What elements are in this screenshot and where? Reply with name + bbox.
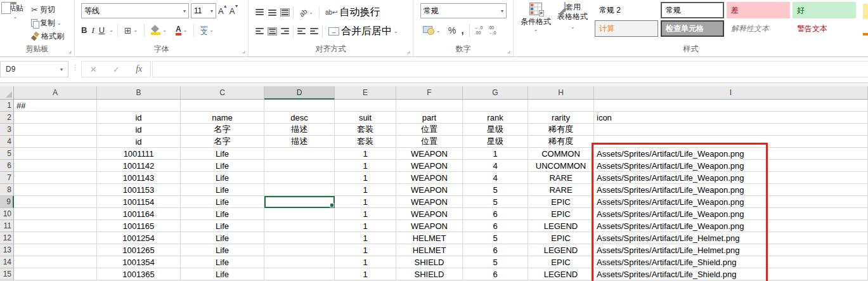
row-header-6[interactable]: 6 bbox=[0, 160, 14, 172]
cell-F1[interactable] bbox=[396, 100, 463, 112]
style-chip-partial[interactable] bbox=[863, 4, 868, 19]
dialog-launcher-icon[interactable]: ⌟ bbox=[507, 48, 510, 54]
style-chip-normal2[interactable]: 常规 2 bbox=[595, 2, 658, 18]
cell-D9[interactable] bbox=[264, 196, 335, 208]
percent-style-button[interactable]: % bbox=[448, 25, 456, 36]
cell-F8[interactable]: WEAPON bbox=[396, 184, 463, 196]
cell-D8[interactable] bbox=[264, 184, 335, 196]
borders-button[interactable]: ⊞ ⌄ bbox=[122, 23, 140, 37]
row-header-4[interactable]: 4 bbox=[0, 136, 14, 148]
cell-B5[interactable]: 1001111 bbox=[97, 148, 181, 160]
cell-H9[interactable]: EPIC bbox=[528, 196, 594, 208]
cell-B12[interactable]: 1001254 bbox=[97, 232, 181, 244]
cell-E4[interactable]: 套装 bbox=[335, 136, 396, 148]
chevron-down-icon[interactable]: ⌄ bbox=[57, 20, 62, 26]
cell-C15[interactable]: Life bbox=[181, 268, 264, 280]
cell-H6[interactable]: UNCOMMON bbox=[528, 160, 594, 172]
cell-E7[interactable]: 1 bbox=[335, 172, 396, 184]
cell-G7[interactable]: 4 bbox=[463, 172, 528, 184]
cell-G5[interactable]: 1 bbox=[463, 148, 528, 160]
cell-F10[interactable]: WEAPON bbox=[396, 208, 463, 220]
cell-B10[interactable]: 1001164 bbox=[97, 208, 181, 220]
cell-I1[interactable] bbox=[594, 100, 868, 112]
cell-G14[interactable]: 5 bbox=[463, 256, 528, 268]
style-chip-good[interactable]: 好 bbox=[793, 2, 856, 18]
cell-H13[interactable]: LEGEND bbox=[528, 244, 594, 256]
cell-C8[interactable]: Life bbox=[181, 184, 264, 196]
cell-B9[interactable]: 1001154 bbox=[97, 196, 181, 208]
insert-function-icon[interactable]: fx bbox=[136, 64, 142, 74]
cell-F14[interactable]: SHIELD bbox=[396, 256, 463, 268]
cell-E8[interactable]: 1 bbox=[335, 184, 396, 196]
cell-C9[interactable]: Life bbox=[181, 196, 264, 208]
font-size-combo[interactable]: 11 ▾ bbox=[191, 3, 216, 18]
align-bottom-button[interactable] bbox=[280, 8, 290, 16]
bold-button[interactable]: B bbox=[81, 25, 87, 35]
cell-F15[interactable]: SHIELD bbox=[396, 268, 463, 280]
row-header-15[interactable]: 15 bbox=[0, 268, 14, 280]
cell-I14[interactable]: Assets/Sprites/Artifact/Life_Shield.png bbox=[594, 256, 868, 268]
cell-C12[interactable]: Life bbox=[181, 232, 264, 244]
cell-I11[interactable]: Assets/Sprites/Artifact/Life_Weapon.png bbox=[594, 220, 868, 232]
cell-D10[interactable] bbox=[264, 208, 335, 220]
cell-G6[interactable]: 4 bbox=[463, 160, 528, 172]
row-header-3[interactable]: 3 bbox=[0, 124, 14, 136]
row-header-11[interactable]: 11 bbox=[0, 220, 14, 232]
cell-H1[interactable] bbox=[528, 100, 594, 112]
format-painter-button[interactable]: 格式刷 bbox=[29, 30, 66, 42]
cell-E11[interactable]: 1 bbox=[335, 220, 396, 232]
cell-B2[interactable]: id bbox=[97, 112, 181, 124]
cell-A12[interactable] bbox=[14, 232, 97, 244]
column-header-I[interactable]: I bbox=[594, 86, 868, 100]
cell-I9[interactable]: Assets/Sprites/Artifact/Life_Weapon.png bbox=[594, 196, 868, 208]
cell-E6[interactable]: 1 bbox=[335, 160, 396, 172]
font-color-button[interactable]: A ⌄ bbox=[173, 23, 190, 37]
format-as-table-button[interactable]: 套用 表格格式 ⌄ bbox=[555, 3, 590, 31]
cell-H11[interactable]: LEGEND bbox=[528, 220, 594, 232]
cell-A11[interactable] bbox=[14, 220, 97, 232]
dialog-launcher-icon[interactable]: ⌟ bbox=[407, 48, 410, 54]
cell-E13[interactable]: 1 bbox=[335, 244, 396, 256]
align-right-button[interactable] bbox=[280, 27, 290, 36]
cell-E9[interactable]: 1 bbox=[335, 196, 396, 208]
row-header-13[interactable]: 13 bbox=[0, 244, 14, 256]
cell-A8[interactable] bbox=[14, 184, 97, 196]
cell-D3[interactable]: 描述 bbox=[264, 124, 335, 136]
cell-A2[interactable] bbox=[14, 112, 97, 124]
cell-B4[interactable]: id bbox=[97, 136, 181, 148]
cell-I8[interactable]: Assets/Sprites/Artifact/Life_Weapon.png bbox=[594, 184, 868, 196]
cell-E10[interactable]: 1 bbox=[335, 208, 396, 220]
row-header-10[interactable]: 10 bbox=[0, 208, 14, 220]
cell-I5[interactable]: Assets/Sprites/Artifact/Life_Weapon.png bbox=[594, 148, 868, 160]
cell-G12[interactable]: 5 bbox=[463, 232, 528, 244]
cell-C5[interactable]: Life bbox=[181, 148, 264, 160]
dialog-launcher-icon[interactable]: ⌟ bbox=[242, 48, 245, 54]
style-chip-warning[interactable]: 警告文本 bbox=[793, 20, 856, 37]
cell-G11[interactable]: 6 bbox=[463, 220, 528, 232]
cell-G3[interactable]: 星级 bbox=[463, 124, 528, 136]
comma-style-button[interactable]: , bbox=[461, 25, 463, 36]
cell-G15[interactable]: 6 bbox=[463, 268, 528, 280]
cell-H8[interactable]: RARE bbox=[528, 184, 594, 196]
cell-D15[interactable] bbox=[264, 268, 335, 280]
row-header-14[interactable]: 14 bbox=[0, 256, 14, 268]
style-chip-partial[interactable] bbox=[863, 33, 868, 36]
cell-F13[interactable]: HELMET bbox=[396, 244, 463, 256]
style-chip-check-cell[interactable]: 检查单元格 bbox=[661, 20, 724, 37]
cell-I7[interactable]: Assets/Sprites/Artifact/Life_Weapon.png bbox=[594, 172, 868, 184]
cell-B13[interactable]: 1001265 bbox=[97, 244, 181, 256]
decrease-decimal-button[interactable]: .00→.0 bbox=[488, 25, 496, 36]
formula-bar-grip[interactable]: ⋮ bbox=[72, 63, 79, 72]
cell-E14[interactable]: 1 bbox=[335, 256, 396, 268]
orientation-button[interactable]: ab ⌄ bbox=[297, 7, 316, 18]
cell-A3[interactable] bbox=[14, 124, 97, 136]
row-header-7[interactable]: 7 bbox=[0, 172, 14, 184]
increase-decimal-button[interactable]: ←.0.00 bbox=[475, 25, 483, 36]
fill-color-button[interactable]: ⌄ bbox=[148, 24, 169, 37]
column-header-A[interactable]: A bbox=[14, 86, 97, 100]
cell-H15[interactable]: LEGEND bbox=[528, 268, 594, 280]
cell-C11[interactable]: Life bbox=[181, 220, 264, 232]
cell-I13[interactable]: Assets/Sprites/Artifact/Life_Helmet.png bbox=[594, 244, 868, 256]
row-header-8[interactable]: 8 bbox=[0, 184, 14, 196]
cell-H12[interactable]: EPIC bbox=[528, 232, 594, 244]
